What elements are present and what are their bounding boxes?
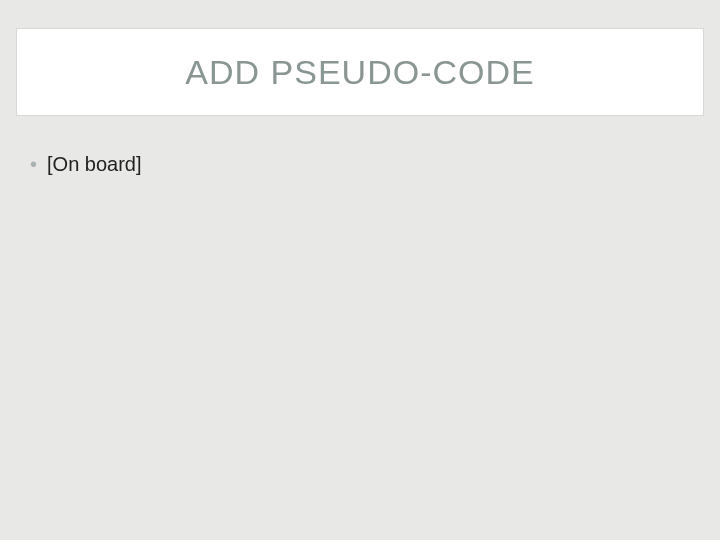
slide-title-box: ADD PSEUDO-CODE	[16, 28, 704, 116]
list-item: • [On board]	[30, 152, 690, 176]
slide-content: • [On board]	[30, 152, 690, 176]
slide-title: ADD PSEUDO-CODE	[185, 53, 534, 92]
bullet-text: [On board]	[47, 152, 142, 176]
bullet-icon: •	[30, 152, 37, 176]
